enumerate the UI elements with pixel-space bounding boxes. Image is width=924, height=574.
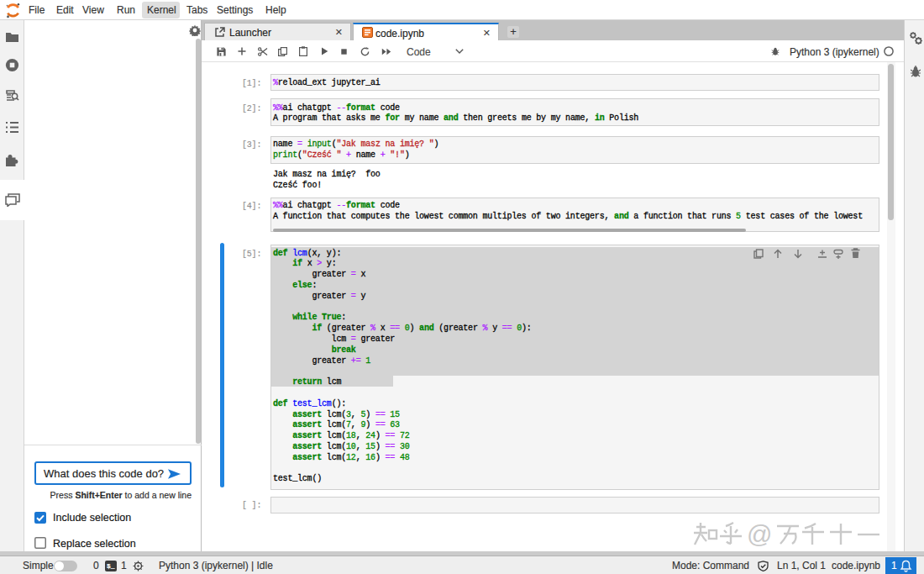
svg-text:@: @ xyxy=(747,520,772,548)
